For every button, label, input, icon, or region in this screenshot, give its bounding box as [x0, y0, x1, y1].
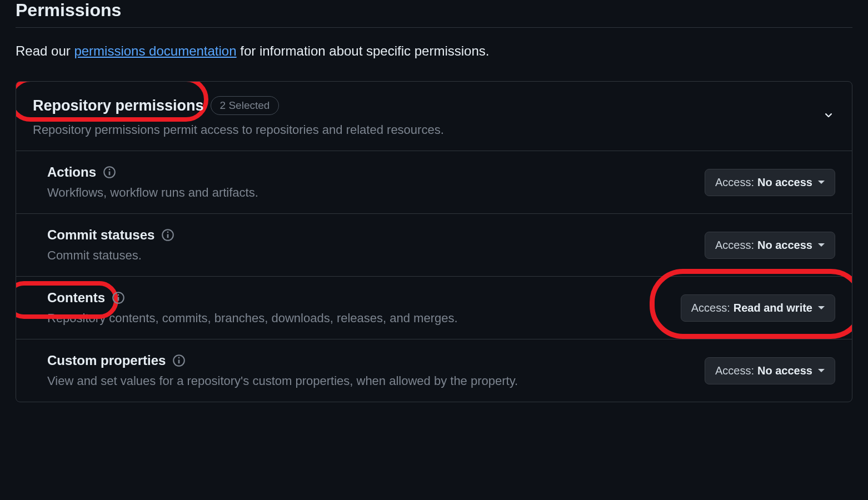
caret-down-icon [818, 181, 825, 184]
perm-row-actions: Actions Workflows, workflow runs and art… [16, 151, 852, 214]
perm-row-custom-properties: Custom properties View and set values fo… [16, 339, 852, 402]
access-label: Access: [715, 239, 754, 252]
perm-desc: View and set values for a repository's c… [47, 374, 705, 388]
intro-text: Read our permissions documentation for i… [16, 43, 852, 59]
intro-suffix: for information about specific permissio… [237, 43, 490, 58]
repository-permissions-panel: Repository permissions 2 Selected Reposi… [16, 81, 852, 402]
access-value: No access [757, 364, 812, 377]
info-icon[interactable] [161, 228, 174, 242]
info-icon[interactable] [112, 291, 125, 304]
caret-down-icon [818, 306, 825, 309]
access-label: Access: [715, 364, 754, 377]
perm-name: Contents [47, 290, 105, 306]
chevron-down-icon [822, 108, 835, 122]
svg-point-11 [178, 357, 180, 359]
caret-down-icon [818, 369, 825, 372]
section-title: Repository permissions [33, 97, 204, 114]
access-label: Access: [715, 176, 754, 189]
perm-name: Custom properties [47, 353, 166, 368]
repository-permissions-header[interactable]: Repository permissions 2 Selected Reposi… [16, 82, 852, 151]
section-subtitle: Repository permissions permit access to … [33, 123, 822, 137]
svg-point-2 [109, 169, 111, 171]
svg-point-5 [167, 232, 169, 233]
caret-down-icon [818, 243, 825, 247]
access-label: Access: [691, 302, 730, 314]
access-value: No access [757, 239, 812, 252]
permissions-doc-link[interactable]: permissions documentation [74, 43, 236, 58]
perm-row-contents: Contents Repository contents, commits, b… [16, 277, 852, 339]
page-title: Permissions [16, 0, 852, 28]
perm-name: Actions [47, 164, 96, 180]
perm-desc: Commit statuses. [47, 248, 705, 263]
access-dropdown-custom-properties[interactable]: Access: No access [705, 357, 835, 384]
svg-point-8 [118, 294, 119, 296]
perm-desc: Repository contents, commits, branches, … [47, 311, 681, 326]
access-dropdown-commit-statuses[interactable]: Access: No access [705, 232, 835, 259]
perm-desc: Workflows, workflow runs and artifacts. [47, 186, 705, 200]
intro-prefix: Read our [16, 43, 74, 58]
selected-count-badge: 2 Selected [211, 96, 280, 115]
access-value: No access [757, 176, 812, 189]
access-dropdown-actions[interactable]: Access: No access [705, 169, 835, 196]
access-dropdown-contents[interactable]: Access: Read and write [681, 294, 835, 322]
info-icon[interactable] [172, 354, 186, 367]
info-icon[interactable] [103, 166, 116, 179]
perm-name: Commit statuses [47, 227, 154, 243]
access-value: Read and write [734, 302, 812, 314]
perm-row-commit-statuses: Commit statuses Commit statuses. Access:… [16, 214, 852, 277]
